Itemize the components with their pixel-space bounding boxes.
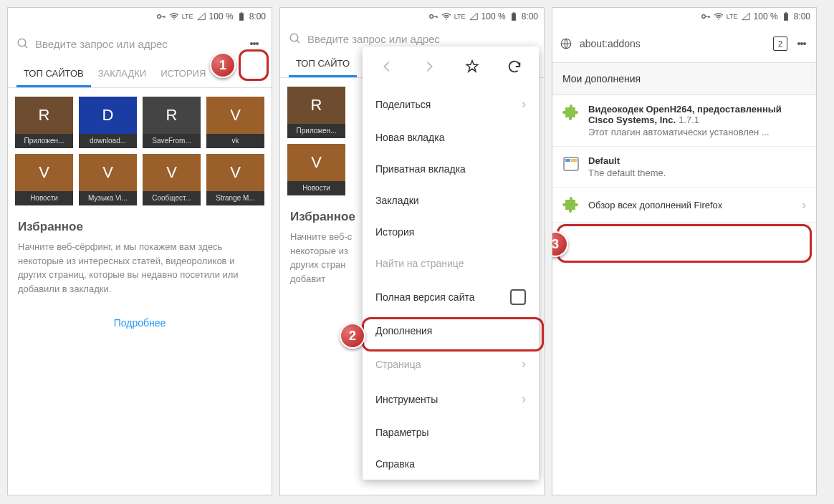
battery-icon xyxy=(509,11,519,21)
puzzle-icon xyxy=(562,196,580,213)
svg-rect-16 xyxy=(565,159,570,162)
svg-point-9 xyxy=(290,34,298,42)
menu-addons[interactable]: Дополнения xyxy=(363,315,539,346)
nav-back[interactable] xyxy=(375,55,398,78)
signal-icon xyxy=(469,11,479,21)
menu-desktop[interactable]: Полная версия сайта xyxy=(363,279,539,315)
wifi-icon xyxy=(169,11,179,21)
tile-label: Музыка Vi... xyxy=(79,191,137,205)
globe-icon xyxy=(560,37,572,50)
site-tile[interactable]: RПриложен... xyxy=(287,87,345,138)
tile-letter: V xyxy=(15,154,73,191)
menu-button[interactable] xyxy=(246,32,263,55)
svg-point-5 xyxy=(430,15,433,19)
svg-point-1 xyxy=(173,19,175,20)
site-tile[interactable]: VНовости xyxy=(287,144,345,195)
tab-history[interactable]: ИСТОРИЯ xyxy=(153,59,213,87)
site-tile[interactable]: VНовости xyxy=(15,154,73,205)
nav-forward[interactable] xyxy=(418,55,441,78)
site-tile[interactable]: VМузыка Vi... xyxy=(79,154,137,205)
key-icon xyxy=(701,11,711,21)
key-icon xyxy=(428,11,438,21)
menu-button[interactable] xyxy=(795,32,809,55)
time-label: 8:00 xyxy=(522,11,538,21)
svg-point-0 xyxy=(158,15,161,19)
site-tile[interactable]: Vvk xyxy=(206,97,264,148)
svg-rect-2 xyxy=(239,13,244,20)
favorites-text: Начните веб-сёрфинг, и мы покажем вам зд… xyxy=(8,240,272,296)
wifi-icon xyxy=(441,11,451,21)
theme-icon xyxy=(562,155,580,173)
menu-tools[interactable]: Инструменты› xyxy=(363,382,539,417)
battery-label: 100 % xyxy=(481,11,506,21)
address-bar[interactable]: about:addons 2 xyxy=(552,25,816,63)
tab-top-sites[interactable]: ТОП САЙТОВ xyxy=(16,59,91,87)
svg-rect-13 xyxy=(785,12,786,13)
key-icon xyxy=(156,11,166,21)
tile-letter: V xyxy=(206,154,264,191)
site-tile[interactable]: VСообщест... xyxy=(143,154,201,205)
battery-label: 100 % xyxy=(209,11,234,21)
site-tile[interactable]: RПриложен... xyxy=(15,97,73,148)
svg-rect-8 xyxy=(512,12,514,13)
highlight-3 xyxy=(557,224,812,263)
status-bar: LTE 100 % 8:00 xyxy=(552,8,816,25)
puzzle-icon xyxy=(562,104,580,121)
tile-letter: R xyxy=(15,97,73,134)
nav-reload[interactable] xyxy=(503,55,526,78)
tile-label: Новости xyxy=(287,181,345,195)
tab-top-sites[interactable]: ТОП САЙТО xyxy=(289,49,357,77)
search-input[interactable]: Введите запрос или адрес xyxy=(16,37,239,50)
menu-help[interactable]: Справка xyxy=(363,448,539,480)
search-icon xyxy=(16,37,29,50)
browse-all-label: Обзор всех дополнений Firefox xyxy=(588,200,722,210)
time-label: 8:00 xyxy=(794,11,810,21)
addon-row-default[interactable]: Default The default theme. xyxy=(552,147,816,188)
network-label: LTE xyxy=(454,13,466,20)
tile-letter: V xyxy=(143,154,201,191)
svg-rect-17 xyxy=(571,159,577,162)
addon-row-openh264[interactable]: Видеокодек OpenH264, предоставленный Cis… xyxy=(552,95,816,147)
menu-history[interactable]: История xyxy=(363,216,539,248)
menu-share[interactable]: Поделиться› xyxy=(363,87,539,122)
status-bar: LTE 100 % 8:00 xyxy=(280,8,544,25)
search-input[interactable]: Введите запрос или адрес xyxy=(289,32,535,45)
tile-letter: D xyxy=(79,97,137,134)
signal-icon xyxy=(741,11,751,21)
menu-newtab[interactable]: Новая вкладка xyxy=(363,122,539,153)
tile-label: SaveFrom... xyxy=(143,134,201,148)
addon-row-browse-all[interactable]: Обзор всех дополнений Firefox › xyxy=(552,188,816,223)
svg-rect-7 xyxy=(512,13,516,20)
menu-private[interactable]: Приватная вкладка xyxy=(363,153,539,185)
addon-title: Default xyxy=(588,155,806,166)
tile-label: Приложен... xyxy=(15,134,73,148)
site-tile[interactable]: Ddownload... xyxy=(79,97,137,148)
site-tile[interactable]: RSaveFrom... xyxy=(143,97,201,148)
site-tile[interactable]: VStrange M... xyxy=(206,154,264,205)
network-label: LTE xyxy=(727,13,738,20)
menu-settings[interactable]: Параметры xyxy=(363,417,539,448)
status-bar: LTE 100 % 8:00 xyxy=(8,8,272,25)
tab-bookmarks[interactable]: ЗАКЛАДКИ xyxy=(91,59,153,87)
more-link[interactable]: Подробнее xyxy=(8,296,272,350)
tab-counter[interactable]: 2 xyxy=(773,37,787,51)
url-text: about:addons xyxy=(580,38,766,49)
menu-bookmarks[interactable]: Закладки xyxy=(363,185,539,216)
menu-page: Страница› xyxy=(363,346,539,382)
badge-2: 2 xyxy=(340,323,365,349)
badge-3: 3 xyxy=(552,231,568,257)
addon-version: 1.7.1 xyxy=(679,115,699,125)
addon-desc: The default theme. xyxy=(588,168,806,178)
menu-popup: Поделиться› Новая вкладка Приватная вкла… xyxy=(363,47,539,480)
search-placeholder: Введите запрос или адрес xyxy=(35,38,168,50)
phone-screen-3: LTE 100 % 8:00 about:addons 2 Мои дополн… xyxy=(552,7,817,495)
nav-bookmark[interactable] xyxy=(461,55,484,78)
tile-label: Сообщест... xyxy=(143,191,201,205)
checkbox-icon[interactable] xyxy=(510,289,526,305)
signal-icon xyxy=(196,11,206,21)
tile-label: Приложен... xyxy=(287,124,345,138)
phone-screen-1: LTE 100 % 8:00 Введите запрос или адрес … xyxy=(7,7,272,495)
time-label: 8:00 xyxy=(249,11,266,21)
top-sites-grid: RПриложен...Ddownload...RSaveFrom...VvkV… xyxy=(8,88,272,208)
addon-desc: Этот плагин автоматически установлен ... xyxy=(588,127,806,137)
